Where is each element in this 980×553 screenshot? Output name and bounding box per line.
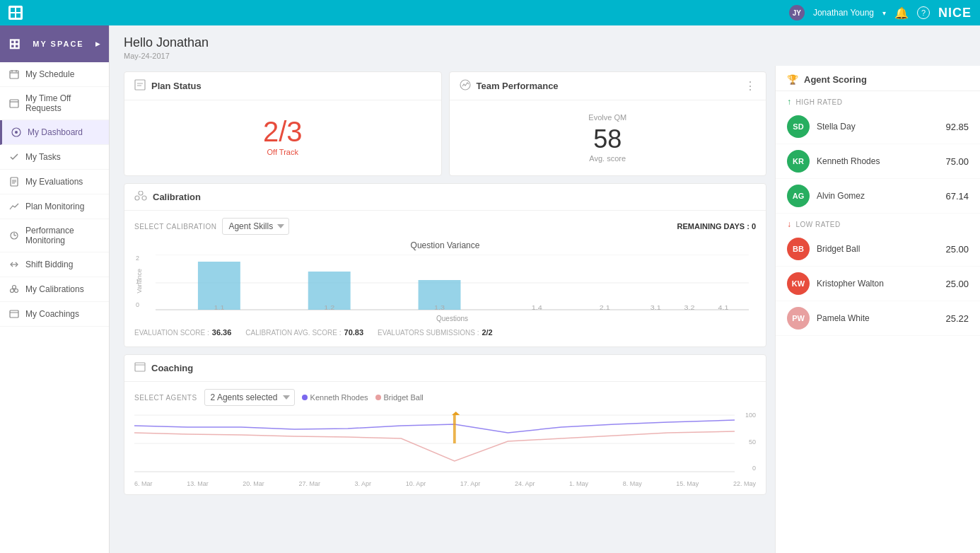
plan-label: Plan Monitoring xyxy=(25,202,84,211)
svg-rect-3 xyxy=(16,13,21,18)
evaluators-metric: EVALUATORS SUBMISSIONS : 2/2 xyxy=(378,328,493,337)
y-axis-0: 0 xyxy=(136,301,139,308)
agent-avatar: AG xyxy=(787,185,810,207)
coaching-title: Coaching xyxy=(151,363,193,373)
sidebar-item-performance[interactable]: Performance Monitoring xyxy=(0,219,109,252)
svg-rect-23 xyxy=(135,80,145,90)
help-icon[interactable]: ? xyxy=(917,6,930,19)
sidebar-item-dashboard[interactable]: My Dashboard xyxy=(0,120,109,145)
sidebar-header[interactable]: ⊞ MY SPACE ▸ xyxy=(0,25,109,62)
evaluation-score-metric: EVALUATION SCORE : 36.36 xyxy=(134,328,231,337)
svg-rect-2 xyxy=(11,13,15,18)
sidebar-chevron-icon[interactable]: ▸ xyxy=(95,39,100,49)
plan-icon xyxy=(8,201,20,212)
low-rated-label: LOW RATED xyxy=(796,221,841,228)
plan-status-score: 2/3 xyxy=(263,116,303,148)
dashboard-icon xyxy=(11,127,22,138)
timeoff-label: My Time Off Requests xyxy=(25,93,100,113)
evaluation-score-label: EVALUATION SCORE : xyxy=(134,329,209,337)
y-max-label: 100 xyxy=(745,412,756,419)
calibration-header: Calibration xyxy=(124,184,766,211)
agent-name: Pamela White xyxy=(817,313,945,323)
schedule-label: My Schedule xyxy=(25,69,74,79)
sidebar-item-coachings[interactable]: My Coachings xyxy=(0,302,109,327)
sidebar-logo-icon: ⊞ xyxy=(8,35,21,52)
team-performance-icon xyxy=(460,79,471,93)
svg-text:4.1: 4.1 xyxy=(718,304,730,311)
sidebar-item-evaluations[interactable]: My Evaluations xyxy=(0,170,109,194)
calibration-avg-label: CALIBRATION AVG. SCORE : xyxy=(245,329,341,337)
agent-avatar: KW xyxy=(787,272,810,295)
evaluators-label: EVALUATORS SUBMISSIONS : xyxy=(378,329,479,337)
nice-logo: NICE xyxy=(938,6,972,21)
app-logo xyxy=(8,6,23,20)
plan-status-body: 2/3 Off Track xyxy=(124,100,441,172)
team-performance-menu-icon[interactable]: ⋮ xyxy=(745,79,756,93)
agent-row: SD Stella Day 92.85 xyxy=(776,110,980,144)
coaching-chart-svg xyxy=(134,412,735,475)
performance-label: Performance Monitoring xyxy=(25,226,100,245)
y-axis-2: 2 xyxy=(136,255,139,262)
svg-text:1.1: 1.1 xyxy=(214,304,225,311)
user-chevron-icon[interactable]: ▾ xyxy=(882,9,886,17)
calibration-card: Calibration SELECT CALIBRATION Agent Ski… xyxy=(124,183,766,347)
team-perf-score: 58 xyxy=(593,124,622,154)
team-performance-body: Evolve QM 58 Avg. score xyxy=(450,100,766,175)
svg-point-11 xyxy=(15,131,18,134)
sidebar-item-bidding[interactable]: Shift Bidding xyxy=(0,252,109,277)
team-performance-title: Team Performance xyxy=(477,81,559,91)
calibration-avg-metric: CALIBRATION AVG. SCORE : 70.83 xyxy=(245,328,363,337)
team-perf-sublabel: Avg. score xyxy=(589,154,626,163)
svg-rect-44 xyxy=(135,363,145,371)
content-area: Hello Jonathan May-24-2017 Plan Status xyxy=(110,25,980,553)
sidebar-item-calibrations[interactable]: My Calibrations xyxy=(0,277,109,302)
svg-text:2.1: 2.1 xyxy=(600,304,611,311)
sidebar-item-plan[interactable]: Plan Monitoring xyxy=(0,194,109,219)
trophy-icon: 🏆 xyxy=(787,74,798,85)
top-navigation: JY Jonathan Young ▾ 🔔 ? NICE xyxy=(0,0,980,25)
high-rated-section: ↑ HIGH RATED xyxy=(776,91,980,110)
bridget-legend-label: Bridget Ball xyxy=(384,393,424,402)
calibration-controls: SELECT CALIBRATION Agent Skills REMAININ… xyxy=(134,218,756,235)
svg-text:1.2: 1.2 xyxy=(324,304,335,311)
coaching-agents-select[interactable]: 2 Agents selected xyxy=(204,389,295,406)
user-avatar-top: JY xyxy=(789,5,805,21)
sidebar-item-tasks[interactable]: My Tasks xyxy=(0,145,109,170)
legend-bridget: Bridget Ball xyxy=(375,393,424,402)
calibration-body: SELECT CALIBRATION Agent Skills REMAININ… xyxy=(124,211,766,347)
plan-status-label: Off Track xyxy=(267,148,298,156)
top-nav-right: JY Jonathan Young ▾ 🔔 ? NICE xyxy=(789,5,972,21)
calibration-controls-left: SELECT CALIBRATION Agent Skills xyxy=(134,218,289,235)
agent-name: Bridget Ball xyxy=(817,244,945,254)
user-name-top[interactable]: Jonathan Young xyxy=(813,8,874,18)
coaching-icon xyxy=(134,362,146,374)
svg-rect-33 xyxy=(198,262,240,310)
agent-row: KW Kristopher Walton 25.00 xyxy=(776,267,980,301)
kenneth-legend-label: Kenneth Rhodes xyxy=(310,393,368,402)
sidebar-item-timeoff[interactable]: My Time Off Requests xyxy=(0,87,109,120)
coaching-card: Coaching SELECT AGENTS 2 Agents selected… xyxy=(124,354,766,495)
bidding-icon xyxy=(8,259,20,270)
bar-chart-svg: 1.1 1.2 1.3 1.4 2.1 3.1 3.2 4.1 xyxy=(156,255,749,311)
schedule-icon xyxy=(8,69,20,80)
calibration-select[interactable]: Agent Skills xyxy=(222,218,289,235)
sidebar: ⊞ MY SPACE ▸ My Schedule My Time Off Req… xyxy=(0,25,110,553)
agent-avatar: SD xyxy=(787,115,810,138)
agent-name: Kenneth Rhodes xyxy=(817,156,945,166)
right-panel: 🏆 Agent Scoring ↑ HIGH RATED SD Stella D… xyxy=(775,66,980,553)
agent-score: 25.00 xyxy=(945,244,969,255)
agent-name: Stella Day xyxy=(817,122,945,132)
agent-scoring-header: 🏆 Agent Scoring xyxy=(776,66,980,91)
agent-avatar: PW xyxy=(787,307,810,330)
top-cards-row: Plan Status 2/3 Off Track xyxy=(124,71,766,176)
top-nav-left xyxy=(8,6,23,20)
evaluations-icon xyxy=(8,176,20,187)
svg-point-19 xyxy=(15,289,18,293)
legend-kenneth: Kenneth Rhodes xyxy=(302,393,368,402)
coaching-header: Coaching xyxy=(124,355,766,382)
sidebar-item-schedule[interactable]: My Schedule xyxy=(0,62,109,87)
calibration-avg-value: 70.83 xyxy=(344,328,364,337)
notification-icon[interactable]: 🔔 xyxy=(894,6,909,20)
svg-rect-4 xyxy=(10,71,18,78)
coaching-controls: SELECT AGENTS 2 Agents selected Kenneth … xyxy=(134,389,756,406)
